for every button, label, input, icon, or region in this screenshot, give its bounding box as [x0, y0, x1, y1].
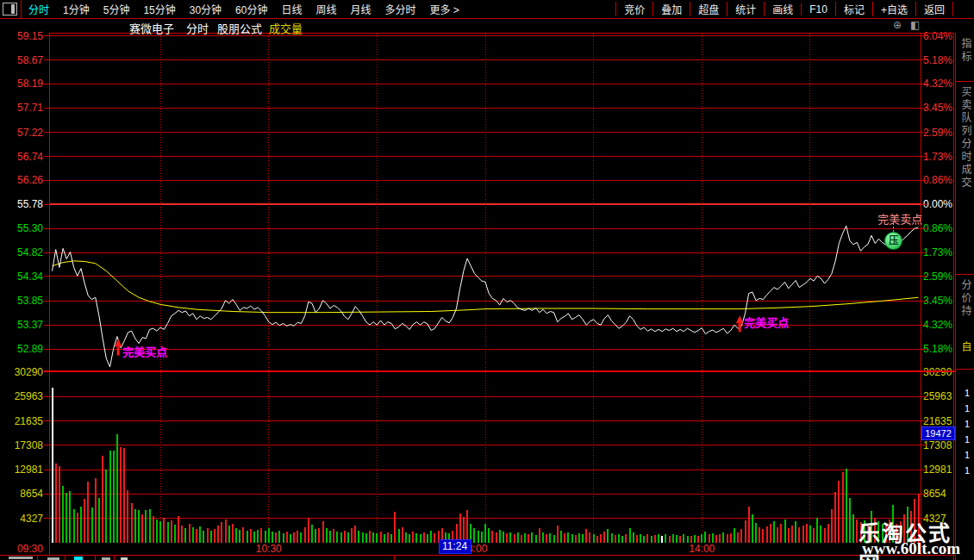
sidebar-quote-digit: 1 — [965, 465, 970, 476]
sidebar-tab-0[interactable]: 指标 — [958, 38, 973, 64]
sidebar-divider — [955, 81, 974, 82]
watermark-url: www.60lt.com — [862, 539, 960, 558]
volume-indicator-label[interactable]: 成交量 — [269, 20, 303, 36]
menu-item-period-8[interactable]: 月线 — [344, 2, 378, 16]
top-menubar: 分时1分钟5分钟15分钟30分钟60分钟日线周线月线多分时更多 > 竞价叠加超盘… — [0, 0, 974, 19]
menu-item-period-10[interactable]: 更多 > — [423, 2, 466, 16]
sidebar-quote-digit: 1 — [965, 419, 970, 429]
menu-item-tool-2[interactable]: 超盘 — [690, 2, 727, 16]
trading-terminal: 分时1分钟5分钟15分钟30分钟60分钟日线周线月线多分时更多 > 竞价叠加超盘… — [0, 0, 974, 560]
sidebar-tab-3[interactable]: 自 — [958, 341, 973, 354]
period-menu: 分时1分钟5分钟15分钟30分钟60分钟日线周线月线多分时更多 > — [21, 0, 466, 18]
menu-item-tool-7[interactable]: +自选 — [872, 2, 915, 16]
menu-item-tool-8[interactable]: 返回 — [915, 2, 953, 16]
sidebar-quote-digit: 1 — [965, 450, 970, 460]
stock-name: 赛微电子 — [129, 20, 174, 36]
sidebar-quote-digit: 1 — [965, 388, 970, 398]
menu-item-period-2[interactable]: 5分钟 — [97, 2, 137, 16]
sidebar-divider — [955, 369, 974, 370]
buy-point-label: 完美买点 — [744, 314, 789, 330]
split-window-icon[interactable]: ◧ — [910, 19, 920, 31]
sidebar-quote-digit: 1 — [965, 434, 970, 445]
sidebar-divider — [955, 274, 974, 275]
sidebar-tab-2[interactable]: 分价持 — [958, 279, 973, 318]
intraday-chart — [0, 0, 974, 560]
sell-point-label: 完美卖点 — [877, 210, 922, 227]
menu-item-tool-4[interactable]: 画线 — [764, 2, 801, 16]
circle-arrow-icon[interactable]: ⊕ — [893, 19, 902, 31]
volume-cursor-badge: 19472 — [921, 426, 955, 440]
menu-item-period-5[interactable]: 60分钟 — [228, 2, 274, 16]
time-cursor-badge: 11:24 — [439, 539, 471, 554]
buy-point-label: 完美买点 — [122, 343, 167, 359]
menu-item-period-0[interactable]: 分时 — [22, 2, 56, 16]
sidebar-tab-1[interactable]: 买卖队列分时成交 — [958, 86, 973, 190]
menu-item-tool-1[interactable]: 叠加 — [652, 2, 690, 16]
period-label: 分时 — [186, 20, 209, 36]
tools-menu: 竞价叠加超盘统计画线F10标记+自选返回 — [615, 0, 953, 18]
menu-item-period-6[interactable]: 日线 — [274, 2, 309, 16]
formula-name: 股朋公式 — [217, 20, 262, 36]
sidebar-quote-digit: 1 — [965, 403, 970, 414]
menu-item-period-3[interactable]: 15分钟 — [136, 2, 182, 16]
menu-item-tool-0[interactable]: 竞价 — [615, 2, 652, 16]
menu-item-period-4[interactable]: 30分钟 — [183, 2, 228, 16]
menu-item-tool-6[interactable]: 标记 — [835, 2, 872, 16]
menu-item-tool-5[interactable]: F10 — [801, 3, 835, 16]
menu-item-tool-3[interactable]: 统计 — [727, 2, 764, 16]
window-layout-icon[interactable] — [3, 3, 17, 16]
menu-item-period-1[interactable]: 1分钟 — [56, 2, 97, 16]
menu-item-period-9[interactable]: 多分时 — [378, 2, 423, 16]
menu-item-period-7[interactable]: 周线 — [309, 2, 343, 16]
chart-title-row: 赛微电子 分时 股朋公式 成交量 ⊕ ◧ — [0, 19, 974, 33]
